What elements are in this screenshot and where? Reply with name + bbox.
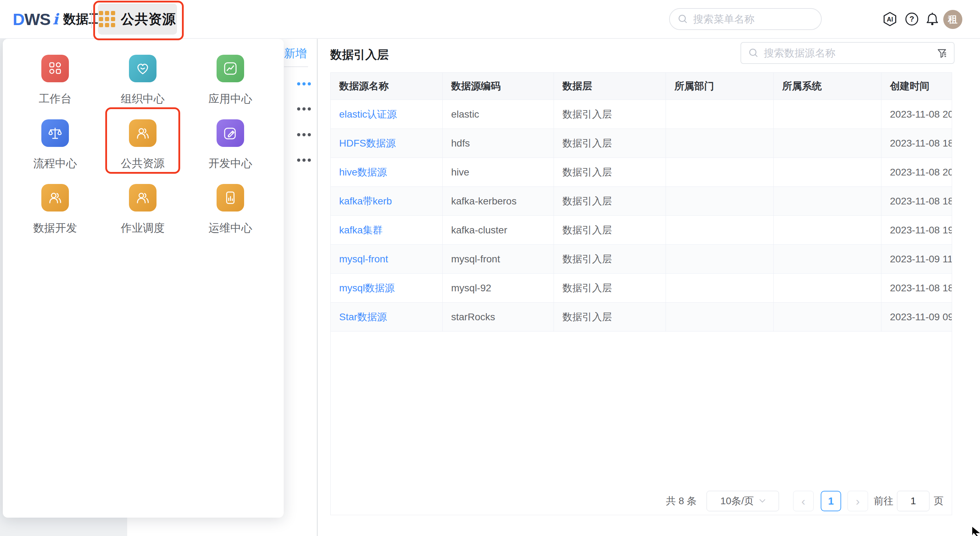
- page-unit-label: 页: [934, 494, 943, 508]
- help-icon[interactable]: ?: [904, 0, 919, 38]
- datasource-name-cell: kafka集群: [331, 216, 443, 245]
- svg-text:AI: AI: [887, 16, 893, 23]
- row-ellipsis-menu-icon[interactable]: [297, 158, 311, 162]
- menu-item-公共资源[interactable]: 公共资源: [105, 119, 180, 184]
- menu-item-label: 数据开发: [33, 221, 77, 236]
- module-switcher-label: 公共资源: [121, 10, 176, 28]
- logo-letters-ws: WS: [24, 10, 51, 29]
- table-cell: [666, 129, 774, 158]
- table-cell: [774, 274, 881, 303]
- column-header: 数据源名称: [331, 73, 443, 100]
- datasource-link[interactable]: elastic认证源: [339, 109, 397, 120]
- mouse-cursor: [972, 527, 980, 536]
- heart-icon: [129, 55, 156, 82]
- table-row: elastic认证源elastic数据引入层2023-11-08 20:17:0…: [331, 100, 952, 129]
- datasource-link[interactable]: hive数据源: [339, 167, 387, 178]
- page-size-select[interactable]: 10条/页: [706, 491, 779, 511]
- row-ellipsis-menu-icon[interactable]: [297, 107, 311, 111]
- menu-search-input[interactable]: [692, 13, 818, 25]
- search-icon: [678, 14, 688, 24]
- sidebar-add-button[interactable]: 新增: [284, 47, 307, 60]
- datasource-link[interactable]: kafka集群: [339, 225, 383, 236]
- filter-icon[interactable]: [936, 47, 948, 59]
- table-cell: 2023-11-08 20:51:15: [881, 158, 952, 187]
- trend-icon: [216, 55, 244, 82]
- datasource-search-input[interactable]: [763, 47, 936, 59]
- table-cell: [666, 158, 774, 187]
- menu-item-流程中心[interactable]: 流程中心: [18, 119, 92, 184]
- notification-bell-icon[interactable]: [925, 0, 940, 38]
- row-ellipsis-menu-icon[interactable]: [297, 132, 311, 136]
- datasource-search: [740, 42, 955, 64]
- search-icon: [748, 48, 759, 58]
- components-icon: [41, 55, 69, 82]
- chevron-down-icon: [760, 499, 765, 503]
- datasource-name-cell: kafka带kerb: [331, 187, 443, 216]
- table-cell: [666, 245, 774, 274]
- menu-search: [669, 8, 822, 30]
- current-page-button[interactable]: 1: [821, 491, 841, 511]
- goto-label: 前往: [873, 494, 893, 508]
- datasource-name-cell: hive数据源: [331, 158, 443, 187]
- table-cell: mysql-92: [443, 274, 554, 303]
- apps-grid-icon: [99, 11, 115, 27]
- datasource-table-card: 数据源名称数据源编码数据层所属部门所属系统创建时间 elastic认证源elas…: [330, 72, 952, 515]
- row-ellipsis-menu-icon[interactable]: [297, 82, 311, 86]
- table-row: Star数据源starRocks数据引入层2023-11-09 09:43:01: [331, 303, 952, 331]
- table-cell: [774, 100, 881, 129]
- table-cell: 2023-11-08 18:28:31: [881, 274, 952, 303]
- table-cell: 数据引入层: [554, 129, 666, 158]
- menu-item-开发中心[interactable]: 开发中心: [193, 119, 268, 184]
- table-cell: 2023-11-09 09:43:01: [881, 303, 952, 331]
- table-cell: 2023-11-08 20:17:03: [881, 100, 952, 129]
- column-header: 所属系统: [774, 73, 881, 100]
- prev-page-button[interactable]: ‹: [793, 491, 814, 511]
- table-cell: hdfs: [443, 129, 554, 158]
- menu-item-label: 工作台: [39, 92, 72, 106]
- menu-item-label: 开发中心: [208, 156, 252, 171]
- pagination-total: 共 8 条: [666, 494, 697, 508]
- table-cell: [666, 274, 774, 303]
- menu-item-应用中心[interactable]: 应用中心: [193, 55, 268, 119]
- pagination: 共 8 条 10条/页 ‹ 1 › 前往 页: [666, 491, 943, 511]
- datasource-table: 数据源名称数据源编码数据层所属部门所属系统创建时间 elastic认证源elas…: [331, 73, 952, 331]
- menu-item-label: 作业调度: [121, 221, 165, 236]
- menu-item-label: 应用中心: [208, 92, 252, 106]
- datasource-name-cell: HDFS数据源: [331, 129, 443, 158]
- table-cell: 数据引入层: [554, 216, 666, 245]
- ai-assistant-icon[interactable]: AI: [882, 0, 898, 38]
- table-cell: kafka-cluster: [443, 216, 554, 245]
- logo-italic-i: i: [52, 11, 58, 28]
- goto-page-input[interactable]: [897, 491, 929, 511]
- table-cell: [774, 245, 881, 274]
- datasource-link[interactable]: kafka带kerb: [339, 196, 392, 206]
- sidebar-content-divider: [317, 38, 318, 536]
- next-page-button[interactable]: ›: [848, 491, 868, 511]
- column-header: 所属部门: [666, 73, 774, 100]
- edit-icon: [216, 119, 244, 147]
- menu-item-运维中心[interactable]: 运维中心: [193, 184, 268, 249]
- datasource-link[interactable]: Star数据源: [339, 311, 387, 322]
- column-header: 创建时间: [881, 73, 952, 100]
- menu-item-工作台[interactable]: 工作台: [18, 55, 92, 119]
- table-cell: 2023-11-08 19:04:56: [881, 216, 952, 245]
- top-header: DWS i 数据工坊 公共资源 AI ?: [0, 0, 980, 39]
- table-cell: 数据引入层: [554, 187, 666, 216]
- datasource-link[interactable]: mysql数据源: [339, 282, 395, 293]
- module-switcher-button[interactable]: 公共资源: [98, 3, 177, 35]
- table-row: mysql-frontmysql-front数据引入层2023-11-09 11…: [331, 245, 952, 274]
- datasource-name-cell: elastic认证源: [331, 100, 443, 129]
- people-icon: [41, 184, 69, 211]
- table-cell: [774, 216, 881, 245]
- datasource-link[interactable]: mysql-front: [339, 254, 388, 265]
- table-cell: [774, 187, 881, 216]
- menu-item-作业调度[interactable]: 作业调度: [105, 184, 180, 249]
- page-title: 数据引入层: [330, 47, 388, 63]
- table-cell: 数据引入层: [554, 158, 666, 187]
- table-cell: [774, 303, 881, 331]
- table-cell: [666, 100, 774, 129]
- table-cell: 数据引入层: [554, 303, 666, 331]
- user-avatar[interactable]: 租: [943, 10, 963, 29]
- menu-item-数据开发[interactable]: 数据开发: [18, 184, 92, 249]
- datasource-link[interactable]: HDFS数据源: [339, 138, 396, 149]
